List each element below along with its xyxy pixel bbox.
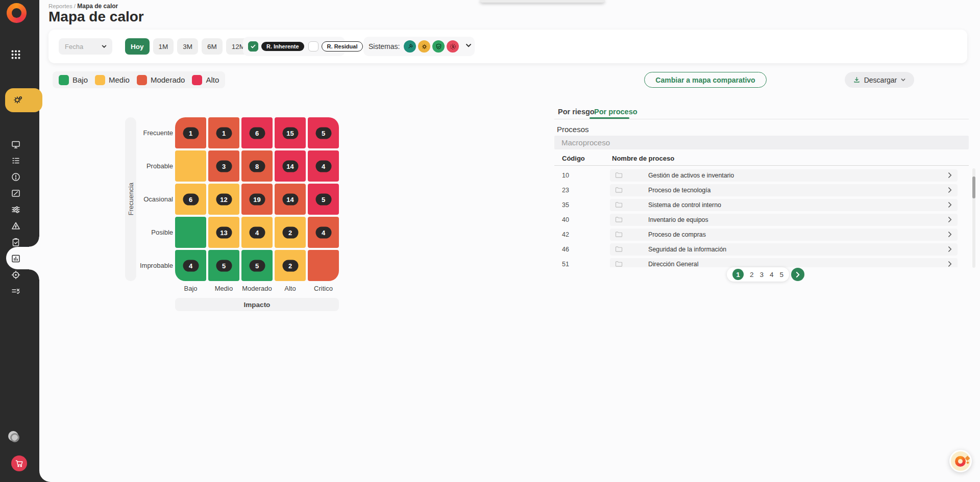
donut-logo[interactable] <box>7 3 27 23</box>
legend-item-bajo: Bajo <box>59 75 88 85</box>
checklist-icon[interactable] <box>11 286 21 296</box>
cell-count-badge: 5 <box>315 193 331 205</box>
pagination-page-2[interactable]: 2 <box>750 271 754 278</box>
pagination-page-5[interactable]: 5 <box>780 271 784 278</box>
heatmap-cell[interactable]: 8 <box>241 150 273 182</box>
heatmap-cell[interactable] <box>308 250 339 281</box>
cart-button[interactable] <box>11 455 27 471</box>
clipboard-check-icon[interactable] <box>11 237 21 247</box>
cell-count-badge: 4 <box>249 226 265 238</box>
heatmap-cell[interactable]: 15 <box>275 117 306 148</box>
heatmap-cell[interactable]: 6 <box>241 117 273 148</box>
checkbox-checked[interactable] <box>248 41 258 52</box>
risk-toggle-pill[interactable]: R. Inherente <box>261 42 304 51</box>
group-header-macroproceso[interactable]: Macroproceso <box>554 136 969 149</box>
sliders-icon[interactable] <box>11 205 21 215</box>
header-divider <box>554 165 969 166</box>
heatmap-cell[interactable] <box>175 217 206 248</box>
heatmap-cell[interactable]: 4 <box>308 217 339 248</box>
pagination-page-1[interactable]: 1 <box>732 269 744 280</box>
heatmap-cell[interactable]: 4 <box>241 217 273 248</box>
download-button[interactable]: Descargar <box>845 72 914 88</box>
period-button-hoy[interactable]: Hoy <box>125 38 150 55</box>
heatmap-cell[interactable]: 5 <box>208 250 239 281</box>
risk-toggle-1: R. Residual <box>308 41 363 52</box>
period-button-1m[interactable]: 1M <box>153 38 174 55</box>
cell-count-badge: 5 <box>249 260 265 271</box>
cell-count-badge: 13 <box>216 226 232 238</box>
heatmap-cell[interactable]: 5 <box>308 117 339 148</box>
compare-map-button[interactable]: Cambiar a mapa comparativo <box>644 72 767 88</box>
chevron-down-icon[interactable] <box>465 42 472 51</box>
heatmap-row-label: Improbable <box>131 249 173 282</box>
gear-icon[interactable] <box>418 40 430 53</box>
process-code: 51 <box>562 258 569 267</box>
page-title: Mapa de calor <box>48 9 144 25</box>
letter-s-icon[interactable]: S <box>447 40 459 53</box>
legend-label: Medio <box>109 75 130 84</box>
heatmap-cell[interactable]: 19 <box>241 184 273 215</box>
shield-check-icon[interactable] <box>432 40 445 53</box>
alert-circle-icon[interactable] <box>11 172 21 182</box>
tab-por-proceso[interactable]: Por proceso <box>594 108 638 116</box>
process-row-button[interactable]: Proceso de tecnología <box>610 184 958 196</box>
heatmap-cell[interactable]: 14 <box>275 184 306 215</box>
heatmap-cell[interactable]: 4 <box>175 250 206 281</box>
process-row-button[interactable]: Sistema de control interno <box>610 199 958 211</box>
heatmap-cell[interactable]: 4 <box>308 150 339 182</box>
process-row-button[interactable]: Seguridad de la información <box>610 243 958 256</box>
process-name: Dirección General <box>648 258 698 267</box>
heatmap-cell[interactable]: 14 <box>275 150 306 182</box>
process-row-button[interactable]: Proceso de compras <box>610 229 958 241</box>
heatmap-cell[interactable]: 13 <box>208 217 239 248</box>
cell-count-badge: 2 <box>282 260 298 271</box>
cell-count-badge: 5 <box>216 260 232 271</box>
heatmap-cell[interactable]: 5 <box>308 184 339 215</box>
risk-toggle-group: R. InherenteR. Residual <box>243 37 345 56</box>
tab-por-riesgo[interactable]: Por riesgo <box>558 108 595 116</box>
monitor-icon[interactable] <box>11 139 21 149</box>
avatar-icon[interactable] <box>8 431 18 441</box>
checkbox-unchecked[interactable] <box>308 41 318 52</box>
process-code: 35 <box>562 199 569 211</box>
process-row-button[interactable]: Inventario de equipos <box>610 214 958 226</box>
chevron-down-icon <box>900 77 906 83</box>
card-icon[interactable] <box>11 188 21 198</box>
period-button-6m[interactable]: 6M <box>202 38 223 55</box>
list-icon[interactable] <box>11 156 21 166</box>
heatmap-grid: 1161553814461219145134244552 <box>175 117 339 281</box>
warning-triangle-icon[interactable] <box>11 221 21 231</box>
risk-toggle-0: R. Inherente <box>248 41 304 52</box>
heatmap-cell[interactable]: 6 <box>175 184 206 215</box>
bar-chart-icon[interactable] <box>11 253 21 264</box>
sidebar-item-active-gear[interactable] <box>5 88 42 112</box>
apps-grid-icon[interactable] <box>11 49 21 60</box>
process-name: Gestión de activos e inventario <box>648 169 734 182</box>
pagination-page-3[interactable]: 3 <box>760 271 764 278</box>
heatmap-row-label: Ocasional <box>131 183 173 216</box>
heatmap-cell[interactable]: 1 <box>208 117 239 148</box>
risk-toggle-pill[interactable]: R. Residual <box>322 41 363 52</box>
pagination-next-button[interactable] <box>791 268 804 281</box>
heatmap-cell[interactable]: 1 <box>175 117 206 148</box>
scrollbar-thumb[interactable] <box>972 176 975 198</box>
heatmap-cell[interactable]: 5 <box>241 250 273 281</box>
table-row: 42Proceso de compras <box>554 229 973 242</box>
process-row-button[interactable]: Dirección General <box>610 258 958 267</box>
gavel-icon[interactable] <box>404 40 416 53</box>
heatmap-row-label: Probable <box>131 149 173 183</box>
pagination-page-4[interactable]: 4 <box>770 271 774 278</box>
process-code: 23 <box>562 184 569 196</box>
heatmap-cell[interactable]: 2 <box>275 250 306 281</box>
assistant-button[interactable] <box>949 450 972 472</box>
target-icon[interactable] <box>11 270 21 280</box>
heatmap-cell[interactable] <box>175 150 206 182</box>
date-select[interactable]: Fecha <box>59 38 112 55</box>
legend-label: Alto <box>206 75 219 84</box>
process-row-button[interactable]: Gestión de activos e inventario <box>610 169 958 182</box>
heatmap-cell[interactable]: 2 <box>275 217 306 248</box>
period-button-3m[interactable]: 3M <box>177 38 198 55</box>
donut-sparkle-icon <box>955 456 966 467</box>
heatmap-cell[interactable]: 12 <box>208 184 239 215</box>
heatmap-cell[interactable]: 3 <box>208 150 239 182</box>
